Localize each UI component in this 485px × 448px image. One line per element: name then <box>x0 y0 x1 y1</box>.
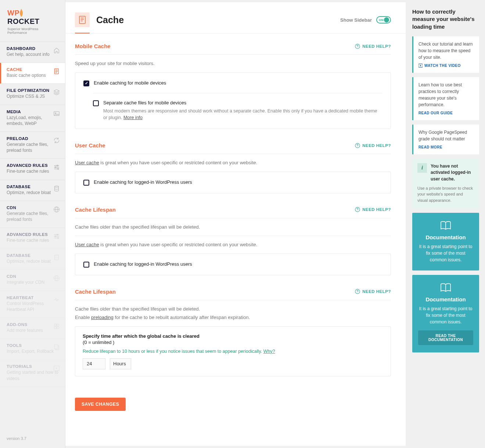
lifespan-hint: Reduce lifespan to 10 hours or less if y… <box>83 349 263 354</box>
section-description: Speed up your site for mobile visitors. <box>75 60 391 67</box>
lifespan-value-input[interactable] <box>83 358 105 369</box>
sidebar: WP ROCKET Superior WordPress Performance… <box>0 0 65 448</box>
mobile-cache-label: Enable caching for mobile devices <box>94 80 166 86</box>
lifespan-unit-select[interactable] <box>110 358 131 369</box>
page-header: Cache Show Sidebar ON <box>65 2 406 33</box>
need-help-link[interactable]: NEED HELP? <box>355 143 391 148</box>
sidebar-item-database[interactable]: DATABASEOptimize, reduce bloat <box>0 180 65 201</box>
doc-icon <box>53 68 60 75</box>
more-info-link[interactable]: More info <box>123 115 143 120</box>
sidebar-item-title: TOOLS <box>7 343 59 348</box>
sidebar-item-heartbeat[interactable]: HEARTBEATControl WordPress Heartbeat API <box>0 291 65 318</box>
sidebar-item-tutorials[interactable]: TUTORIALSGetting started and how to vide… <box>0 359 65 387</box>
watch-video-link[interactable]: WATCH THE VIDEO <box>418 64 474 68</box>
help-card-pagespeed: Why Google PageSpeed grade should not ma… <box>412 125 479 154</box>
user-cache-label-2: Enable caching for logged-in WordPress u… <box>94 261 192 267</box>
lifespan-box-subtitle: (0 = unlimited ) <box>83 340 383 345</box>
user-cache-desc: is great when you have user-specific or … <box>99 242 258 247</box>
mobile-cache-checkbox[interactable] <box>83 80 89 86</box>
doc-card-text: It is a great starting point to fix some… <box>418 243 473 263</box>
read-guide-link[interactable]: READ OUR GUIDE <box>418 111 474 115</box>
sidebar-item-media[interactable]: MEDIALazyLoad, emojis, embeds, WebP <box>0 105 65 132</box>
need-help-link[interactable]: NEED HELP? <box>355 44 391 49</box>
sidebar-item-cdn[interactable]: CDNIntegrate your CDN <box>0 269 65 291</box>
svg-rect-31 <box>55 345 58 349</box>
sidebar-item-subtitle: Optimize, reduce bloat <box>7 258 59 264</box>
image-icon <box>53 110 60 117</box>
logo: WP ROCKET Superior WordPress Performance <box>0 0 65 42</box>
info-card: i You have not activated logged-in user … <box>412 159 479 209</box>
sidebar-item-title: DASHBOARD <box>7 46 59 51</box>
documentation-card-1: Documentation It is a great starting poi… <box>412 213 479 270</box>
separate-cache-checkbox[interactable] <box>93 100 99 106</box>
sidebar-item-add-ons[interactable]: ADD-ONSAdd more features <box>0 318 65 339</box>
sidebar-item-subtitle: Integrate your CDN <box>7 279 59 285</box>
lifespan-desc-2b: for the cache to be rebuilt automaticall… <box>114 315 250 320</box>
section-cache-lifespan-2: Cache Lifespan NEED HELP? Cache files ol… <box>75 288 391 376</box>
user-cache-checkbox[interactable] <box>83 180 89 186</box>
sidebar-item-title: TUTORIALS <box>7 364 59 369</box>
info-icon: i <box>417 163 427 173</box>
user-cache-desc: is great when you have user-specific or … <box>99 160 258 165</box>
need-help-link[interactable]: NEED HELP? <box>355 207 391 212</box>
sidebar-item-cdn[interactable]: CDNGenerate cache files, preload fonts <box>0 201 65 228</box>
lifespan-desc-1: Cache files older than the specified lif… <box>75 305 391 313</box>
doc-card-title: Documentation <box>418 234 473 240</box>
user-cache-checkbox-2[interactable] <box>83 262 89 268</box>
sidebar-item-subtitle: Fine-tune cache rules <box>7 168 59 174</box>
need-help-link[interactable]: NEED HELP? <box>355 289 391 294</box>
right-panel: How to correctly measure your website's … <box>406 0 485 448</box>
globe-icon <box>53 275 60 282</box>
sliders-icon <box>53 164 60 171</box>
db-icon <box>53 254 60 261</box>
sidebar-item-title: DATABASE <box>7 184 59 189</box>
read-documentation-button[interactable]: READ THE DOCUMENTATION <box>418 330 473 345</box>
lifespan-why-link[interactable]: Why? <box>263 349 275 354</box>
page-icon <box>75 12 90 27</box>
stack-icon <box>53 89 60 96</box>
sidebar-item-subtitle: Import, Export, Rollback <box>7 348 59 354</box>
section-title: Mobile Cache <box>75 43 111 49</box>
sidebar-item-subtitle: Generate cache files, preload fonts <box>7 211 59 222</box>
svg-marker-4 <box>54 90 59 92</box>
lifespan-desc-2a: Enable <box>75 315 91 320</box>
sidebar-item-advanced-rules[interactable]: ADVANCED RULESFine-tune cache rules <box>0 227 65 249</box>
sidebar-item-subtitle: Control WordPress Heartbeat API <box>7 301 59 312</box>
version-label: version 3.7 <box>0 430 65 448</box>
show-sidebar-label: Show Sidebar <box>340 17 372 23</box>
sidebar-item-database[interactable]: DATABASEOptimize, reduce bloat <box>0 248 65 270</box>
sidebar-item-title: HEARTBEAT <box>7 295 59 300</box>
sidebar-item-title: MEDIA <box>7 110 59 114</box>
help-card-text: Check our tutorial and learn how to meas… <box>418 41 474 61</box>
sidebar-item-title: PRELOAD <box>7 136 59 141</box>
db-icon <box>53 185 60 192</box>
info-card-bold: You have not activated logged-in user ca… <box>431 163 474 182</box>
lifespan-box-title: Specify time after which the global cach… <box>83 333 383 339</box>
sidebar-item-advanced-rules[interactable]: ADVANCED RULESFine-tune cache rules <box>0 158 65 180</box>
save-changes-button[interactable]: SAVE CHANGES <box>75 398 126 411</box>
read-more-link[interactable]: READ MORE <box>418 145 474 149</box>
brand-wp: WP <box>7 9 19 17</box>
sidebar-item-preload[interactable]: PRELOADGenerate cache files, preload fon… <box>0 132 65 159</box>
sidebar-item-title: FILE OPTIMIZATION <box>7 88 59 93</box>
user-cache-link[interactable]: User cache <box>75 242 99 247</box>
sidebar-item-subtitle: Optimize, reduce bloat <box>7 190 59 196</box>
show-sidebar-toggle[interactable]: ON <box>376 16 391 24</box>
sidebar-item-file-optimization[interactable]: FILE OPTIMIZATIONOptimize CSS & JS <box>0 83 65 105</box>
sidebar-item-cache[interactable]: CACHEBasic cache options <box>0 62 65 84</box>
sidebar-item-title: ADVANCED RULES <box>7 232 59 237</box>
svg-point-45 <box>358 293 358 293</box>
refresh-icon <box>53 137 60 144</box>
section-title: Cache Lifespan <box>75 288 116 295</box>
user-cache-link[interactable]: User cache <box>75 160 99 165</box>
sidebar-item-tools[interactable]: TOOLSImport, Export, Rollback <box>0 338 65 360</box>
svg-point-41 <box>358 146 358 147</box>
separate-cache-help: Most modern themes are responsive and sh… <box>103 108 377 121</box>
heartbeat-icon <box>53 296 60 303</box>
preloading-link[interactable]: preloading <box>91 315 114 320</box>
sidebar-item-dashboard[interactable]: DASHBOARDGet help, account info <box>0 42 65 63</box>
svg-rect-28 <box>57 324 59 326</box>
play-icon <box>53 365 60 372</box>
home-icon <box>53 47 60 54</box>
svg-point-39 <box>358 47 358 47</box>
